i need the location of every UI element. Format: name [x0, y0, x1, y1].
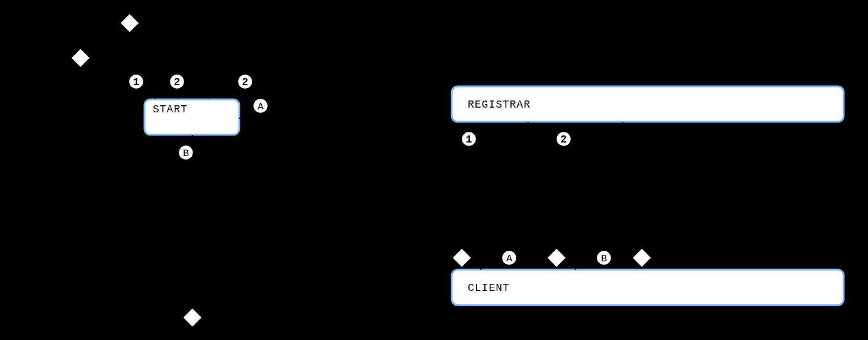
svg-text:1: 1: [133, 76, 140, 88]
svg-rect-16: [452, 248, 472, 268]
state-node-start-label: START: [153, 103, 188, 115]
badge-a: A: [253, 98, 268, 114]
event-diamond-msg2: [546, 248, 567, 268]
event-diamond-msgB-end: [632, 248, 652, 268]
svg-rect-15: [452, 270, 844, 305]
event-diamond-bottom: [182, 307, 202, 328]
svg-text:B: B: [601, 253, 607, 264]
badge-2-right: 2: [237, 74, 253, 89]
svg-text:2: 2: [242, 76, 249, 88]
edge-1: [89, 60, 155, 98]
svg-text:A: A: [258, 101, 264, 112]
lane-client-label: CLIENT: [468, 282, 510, 294]
svg-rect-2: [70, 48, 91, 68]
badge-seq-b: B: [596, 250, 612, 265]
svg-rect-17: [546, 248, 567, 268]
badge-1: 1: [128, 74, 144, 89]
badge-2-left: 2: [169, 74, 185, 89]
svg-text:2: 2: [561, 134, 567, 145]
state-diagram-left: START 1 2: [70, 13, 271, 328]
svg-text:A: A: [506, 253, 513, 264]
lane-registrar-label: REGISTRAR: [468, 99, 531, 111]
badge-b: B: [178, 145, 194, 160]
svg-rect-1: [120, 13, 140, 33]
svg-text:B: B: [183, 148, 189, 159]
event-diamond-msg1: [452, 248, 472, 268]
svg-rect-18: [632, 248, 652, 268]
sequence-diagram-right: REGISTRAR CLIENT 1: [452, 86, 844, 305]
badge-seq-1: 1: [461, 131, 477, 147]
state-node-start: START: [144, 99, 239, 135]
svg-rect-3: [182, 307, 202, 328]
lane-client: CLIENT: [452, 270, 844, 305]
event-diamond-topleft: [120, 13, 140, 33]
badge-seq-a: A: [501, 250, 517, 265]
badge-seq-2: 2: [556, 131, 571, 147]
lane-registrar: REGISTRAR: [452, 86, 844, 122]
svg-text:1: 1: [466, 134, 472, 145]
event-diamond-left: [70, 48, 91, 68]
svg-text:2: 2: [174, 76, 181, 88]
